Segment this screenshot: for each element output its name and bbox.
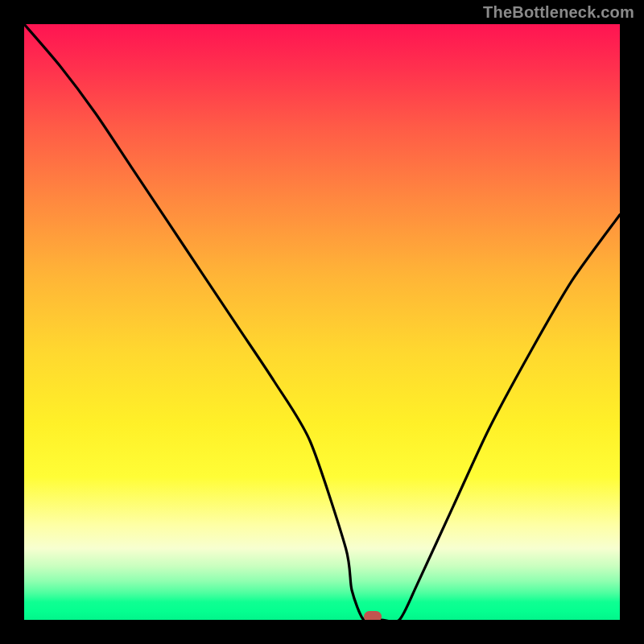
chart-frame: TheBottleneck.com xyxy=(0,0,644,644)
attribution-label: TheBottleneck.com xyxy=(483,3,634,22)
bottleneck-curve xyxy=(24,24,620,620)
plot-area xyxy=(24,24,620,620)
optimal-point-marker xyxy=(364,611,382,620)
